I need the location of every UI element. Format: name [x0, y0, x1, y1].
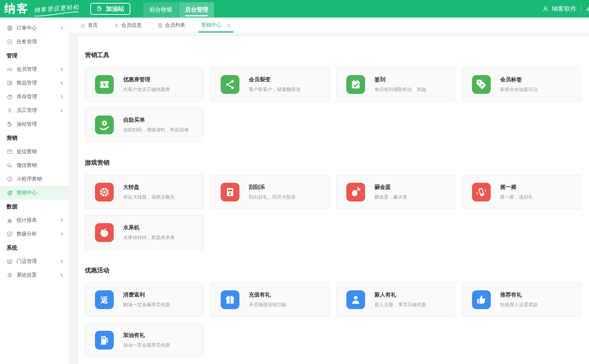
- card-text: 砸金蛋砸金蛋，赢大奖: [374, 184, 407, 200]
- card-grid: ¥优惠券管理向客户发送店铺优惠券会员裂变客户带客户，销量翻倍涨签到每日签到领取积…: [85, 67, 581, 142]
- tab-item[interactable]: 会员列表: [157, 18, 185, 32]
- user-name: 纳客软件: [552, 5, 576, 13]
- feature-card[interactable]: 摇一摇摇一摇，送好礼: [462, 175, 581, 209]
- svg-text:返: 返: [100, 295, 108, 304]
- sidebar-item-member-crown[interactable]: 会员管理: [0, 62, 69, 76]
- user-menu[interactable]: 纳客软件: [542, 5, 576, 13]
- order-center-icon: [7, 25, 13, 31]
- header-divider: [581, 5, 581, 12]
- card-text: 水果机水果转转转，奖励来来来: [123, 224, 175, 241]
- sidebar-item-miniprogram[interactable]: 小程序营销: [0, 172, 69, 186]
- feature-card[interactable]: 加油有礼加油一定金额享受优惠: [85, 323, 204, 357]
- feature-card[interactable]: 刮刮乐刮出好礼，刮开大惊喜: [211, 175, 329, 209]
- scratch-card-icon: [221, 183, 239, 202]
- chevron-right-icon: [60, 67, 64, 72]
- sidebar-item-label: 油站管理: [17, 121, 37, 127]
- sidebar-item-label: 微信营销: [17, 162, 37, 169]
- feature-card[interactable]: 返消费返利购满一定金额享受优惠: [85, 282, 204, 317]
- card-description: 幸运大转盘，抽奖乐翻天: [123, 194, 175, 200]
- section-title: 优惠活动: [85, 266, 581, 274]
- card-title: 自助买单: [123, 117, 189, 124]
- miniprogram-icon: [7, 176, 13, 182]
- sidebar-item-label: 系统设置: [17, 272, 37, 278]
- card-title: 水果机: [123, 224, 175, 231]
- card-description: 客户带客户，销量翻倍涨: [249, 86, 300, 93]
- sidebar-item-inventory-box[interactable]: 库存管理: [0, 90, 69, 104]
- chevron-right-icon: [60, 218, 64, 222]
- user-icon: [542, 5, 549, 12]
- feature-card[interactable]: ¥优惠券管理向客户发送店铺优惠券: [85, 67, 204, 101]
- settings-gear-icon: [7, 272, 13, 278]
- marketing-section: 营销工具¥优惠券管理向客户发送店铺优惠券会员裂变客户带客户，销量翻倍涨签到每日签…: [85, 51, 581, 142]
- sidebar-item-settings-gear[interactable]: 系统设置: [0, 268, 69, 282]
- feature-card[interactable]: 签到每日签到领取积分、奖励: [336, 67, 455, 101]
- sidebar-item-task[interactable]: 任务管理: [0, 35, 69, 49]
- sidebar-section-title: 系统: [0, 241, 69, 255]
- feature-card[interactable]: 大转盘幸运大转盘，抽奖乐翻天: [85, 175, 204, 209]
- chevron-right-icon: [60, 81, 64, 85]
- nav-tab-backoffice[interactable]: 后台管理: [179, 2, 214, 17]
- home-icon: [80, 23, 86, 28]
- gas-station-icon: [7, 121, 13, 127]
- card-title: 签到: [374, 76, 426, 83]
- feature-card[interactable]: 水果机水果转转转，奖励来来来: [85, 215, 204, 250]
- card-title: 砸金蛋: [374, 184, 407, 191]
- tab-item[interactable]: 首页: [80, 18, 98, 32]
- sidebar-item-store[interactable]: 门店管理: [0, 255, 69, 268]
- sidebar-item-marketing-target[interactable]: 营销中心: [0, 186, 69, 200]
- member-list-icon: [157, 23, 163, 28]
- tab-label: 营销中心: [201, 22, 221, 29]
- card-text: 优惠券管理向客户发送店铺优惠券: [123, 76, 170, 93]
- tab-item[interactable]: 营销中心: [201, 18, 231, 32]
- marketing-target-icon: [7, 190, 13, 196]
- self-pay-icon: ¥: [95, 116, 114, 134]
- sidebar-item-label: 统计报表: [17, 217, 37, 224]
- chevron-right-icon: [60, 232, 64, 236]
- headset-icon[interactable]: [586, 5, 589, 13]
- card-description: 标签全自动新玩法: [500, 86, 538, 93]
- chevron-right-icon: [60, 273, 64, 277]
- content-area: 营销工具¥优惠券管理向客户发送店铺优惠券会员裂变客户带客户，销量翻倍涨签到每日签…: [69, 32, 589, 364]
- sidebar-item-gas-station[interactable]: 油站管理: [0, 117, 69, 131]
- gas-station-button-label: 加油站: [106, 5, 124, 13]
- feature-card[interactable]: 新人有礼新人注册，享受店铺优惠: [336, 282, 455, 317]
- card-title: 推荐有礼: [500, 291, 538, 298]
- share-icon: [221, 75, 239, 94]
- sidebar-item-wechat[interactable]: 微信营销: [0, 159, 69, 172]
- close-icon[interactable]: [226, 23, 231, 28]
- feature-card[interactable]: 会员裂变客户带客户，销量翻倍涨: [211, 67, 329, 101]
- goods-icon: [7, 80, 13, 86]
- sidebar: 订单中心任务管理管理会员管理商品管理库存管理员工管理油站管理营销短信营销微信营销…: [0, 18, 69, 364]
- feature-card[interactable]: 砸金蛋砸金蛋，赢大奖: [336, 175, 455, 209]
- rebate-icon: 返: [95, 290, 114, 309]
- nav-tab-frontdesk[interactable]: 前台收银: [143, 2, 178, 17]
- feature-card[interactable]: ¥自助买单自助扫码，便捷省时，即刻买单: [85, 108, 204, 142]
- sidebar-item-goods[interactable]: 商品管理: [0, 76, 69, 90]
- inventory-box-icon: [7, 94, 13, 100]
- sidebar-item-label: 员工管理: [17, 107, 37, 114]
- feature-card[interactable]: 会员标签标签全自动新玩法: [462, 67, 581, 101]
- marketing-section: 游戏营销大转盘幸运大转盘，抽奖乐翻天刮刮乐刮出好礼，刮开大惊喜砸金蛋砸金蛋，赢大…: [85, 159, 581, 250]
- tab-item[interactable]: 会员信息: [114, 18, 142, 32]
- tab-label: 会员信息: [121, 22, 142, 29]
- marketing-section: 优惠活动返消费返利购满一定金额享受优惠充值有礼开启储值营销功能新人有礼新人注册，…: [85, 266, 581, 357]
- fuel-pump-icon: [96, 5, 103, 12]
- card-description: 刮出好礼，刮开大惊喜: [249, 194, 296, 200]
- sidebar-item-label: 库存管理: [17, 94, 37, 100]
- sidebar-item-label: 短信营销: [17, 148, 37, 155]
- feature-card[interactable]: 充值有礼开启储值营销功能: [211, 282, 329, 317]
- sidebar-item-sms[interactable]: 短信营销: [0, 145, 69, 159]
- sidebar-item-staff[interactable]: 员工管理: [0, 104, 69, 117]
- sidebar-item-analysis-monitor[interactable]: 数据分析: [0, 227, 69, 241]
- svg-text:¥: ¥: [103, 82, 106, 87]
- gas-station-button[interactable]: 加油站: [90, 3, 130, 15]
- card-description: 自助扫码，便捷省时，即刻买单: [123, 127, 189, 133]
- sidebar-item-order-center[interactable]: 订单中心: [0, 21, 69, 35]
- tab-bar: 首页会员信息会员列表营销中心: [69, 18, 589, 32]
- sidebar-item-label: 数据分析: [17, 231, 37, 237]
- chevron-right-icon: [60, 259, 64, 264]
- feature-card[interactable]: 推荐有礼给推荐人设置奖励: [462, 282, 581, 317]
- sidebar-item-stats-bar[interactable]: 统计报表: [0, 213, 69, 227]
- member-crown-icon: [7, 66, 13, 73]
- card-title: 会员裂变: [249, 76, 300, 83]
